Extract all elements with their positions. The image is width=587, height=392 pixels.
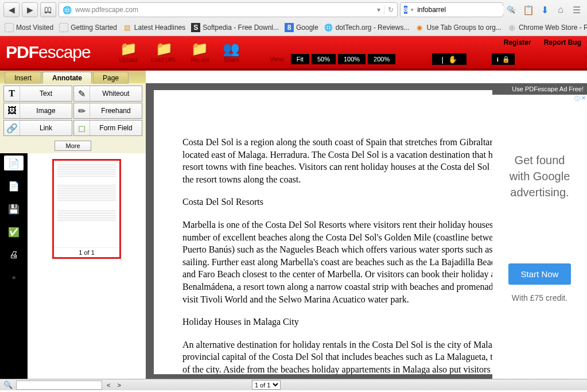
tool-label: Link [20, 124, 72, 132]
form-field-tool[interactable]: ◻Form Field [73, 120, 142, 136]
thumbnail-label: 1 of 1 [54, 247, 119, 257]
page-select[interactable]: 1 of 1 [252, 380, 281, 390]
cursor-tools[interactable]: |✋ [432, 53, 467, 65]
ad-start-button[interactable]: Start Now [508, 263, 572, 285]
share-button[interactable]: 👥Share [223, 42, 240, 63]
nav-row: ◀ ▶ 🕮 🌐 ▾ ↻ 8 ▾ 🔍 ☆ 📋 ⬇ ⌂ ☰ [0, 0, 587, 20]
page-selector[interactable]: 1 of 1 [252, 380, 281, 390]
bookmarks-dropdown-button[interactable]: 🕮 [40, 2, 56, 17]
menu-icon[interactable]: ☰ [570, 3, 584, 17]
more-button[interactable]: More [55, 141, 91, 151]
tab-annotate[interactable]: Annotate [42, 72, 92, 84]
logo-light: escape [38, 42, 91, 61]
load-url-button[interactable]: 📁Load URL [151, 42, 177, 63]
zoom-fit-button[interactable]: Fit [291, 54, 309, 64]
globe-icon: 🌐 [324, 23, 333, 32]
link-tool[interactable]: 🔗Link [3, 120, 72, 136]
register-link[interactable]: Register [504, 38, 531, 46]
bookmark-getting-started[interactable]: Getting Started [59, 23, 117, 32]
toolbar-label: Upload [119, 57, 138, 63]
ad-panel: Use PDFescape Ad Free! ⓘ✕ Get found with… [492, 83, 587, 379]
search-icon[interactable]: 🔍 [3, 381, 13, 389]
print-icon[interactable]: 🖨 [6, 247, 21, 262]
chrome-icon: ◎ [507, 23, 516, 32]
whiteout-tool[interactable]: ✎Whiteout [73, 86, 142, 102]
tool-tabs: Insert Annotate Page [0, 71, 146, 83]
ad-credit: With £75 credit. [498, 293, 581, 304]
zoom-100-button[interactable]: 100% [338, 54, 366, 64]
bookmark-latest-headlines[interactable]: ▤Latest Headlines [123, 23, 185, 32]
google-icon: 8 [285, 23, 294, 32]
blank-icon[interactable]: ▫ [6, 270, 21, 285]
upload-button[interactable]: 📁Upload [119, 42, 138, 63]
bookmark-most-visited[interactable]: Most Visited [5, 23, 53, 32]
ad-close-icon[interactable]: ✕ [581, 95, 586, 103]
pdf-page[interactable]: Costa Del Sol is a region along the sout… [154, 90, 492, 374]
bookmark-softpedia[interactable]: SSoftpedia - Free Downl... [191, 23, 279, 32]
globe-icon: 🌐 [63, 6, 72, 14]
reload-icon[interactable]: ↻ [384, 6, 394, 14]
tab-page[interactable]: Page [93, 72, 129, 84]
pages-panel-icon[interactable]: 📄 [4, 156, 24, 170]
clipboard-icon[interactable]: 📋 [522, 3, 535, 17]
ad-top-link[interactable]: Use PDFescape Ad Free! [492, 83, 587, 95]
toolbar-label: Recent [191, 57, 209, 63]
search-engine-icon: 8 [404, 6, 407, 14]
freehand-tool[interactable]: ✏Freehand [73, 103, 142, 119]
search-next-button[interactable]: > [117, 382, 120, 389]
download-icon[interactable]: ⬇ [538, 3, 551, 17]
tool-label: Whiteout [90, 90, 142, 98]
text-icon: T [4, 86, 20, 101]
search-prev-button[interactable]: < [107, 382, 110, 389]
bookmark-google[interactable]: 8Google [285, 23, 318, 32]
report-bug-link[interactable]: Report Bug [544, 38, 581, 46]
search-input[interactable] [417, 6, 503, 14]
home-icon[interactable]: ⌂ [554, 3, 567, 17]
status-search-input[interactable] [16, 381, 102, 390]
page-thumbnail[interactable]: 1 of 1 [52, 159, 121, 259]
folder-url-icon: 📁 [156, 42, 173, 56]
thumbnail-content [54, 161, 119, 247]
bookmark-dottech[interactable]: 🌐dotTech.org - Reviews... [324, 23, 410, 32]
text-tool[interactable]: TText [3, 86, 72, 102]
pdf-icon[interactable]: 📄 [6, 178, 21, 193]
info-icon: i [497, 56, 499, 63]
back-button[interactable]: ◀ [3, 2, 20, 17]
document-scroll[interactable]: Costa Del Sol is a region along the sout… [154, 90, 492, 374]
dropdown-icon[interactable]: ▾ [377, 6, 380, 14]
bookmark-chrome-store[interactable]: ◎Chrome Web Store - P... [507, 23, 587, 32]
thumbnail-row: 📄 📄 💾 ✅ 🖨 ▫ 1 of 1 [0, 153, 146, 379]
ad-close-controls[interactable]: ⓘ✕ [574, 95, 586, 103]
tool-label: Text [20, 90, 72, 98]
side-icon-bar: 📄 📄 💾 ✅ 🖨 ▫ [0, 153, 28, 379]
heading: Costa Del Sol Resorts [182, 196, 492, 208]
ad-line: advertising. [498, 184, 581, 200]
forward-button[interactable]: ▶ [22, 2, 38, 17]
main-area: TText ✎Whiteout 🖼Image ✏Freehand 🔗Link ◻… [0, 83, 587, 379]
recent-button[interactable]: 📁Recent [191, 42, 209, 63]
image-tool[interactable]: 🖼Image [3, 103, 72, 119]
image-icon: 🖼 [4, 103, 20, 118]
bookmark-label: Chrome Web Store - P... [519, 24, 587, 32]
save-icon[interactable]: 💾 [6, 201, 21, 216]
ad-info-icon: ⓘ [574, 95, 580, 103]
url-bar[interactable]: 🌐 ▾ ↻ [59, 2, 398, 17]
tab-insert[interactable]: Insert [5, 72, 41, 84]
search-bar[interactable]: 8 ▾ 🔍 [400, 2, 503, 17]
ad-line: with Google [498, 168, 581, 184]
bookmark-icon [59, 23, 68, 32]
star-icon[interactable]: ☆ [506, 3, 519, 17]
bookmark-tab-groups[interactable]: ◉Use Tab Groups to org... [415, 23, 502, 32]
bookmark-label: Use Tab Groups to org... [426, 24, 502, 32]
paragraph: An alternative destination for holiday r… [182, 339, 492, 374]
url-input[interactable] [75, 6, 374, 14]
top-links: Register Report Bug [504, 38, 581, 46]
info-lock-tools[interactable]: i🔒 [492, 53, 515, 65]
zoom-50-button[interactable]: 50% [312, 54, 336, 64]
form-icon: ◻ [74, 121, 90, 135]
tool-grid: TText ✎Whiteout 🖼Image ✏Freehand 🔗Link ◻… [0, 83, 146, 138]
check-icon[interactable]: ✅ [6, 224, 21, 239]
zoom-200-button[interactable]: 200% [368, 54, 395, 64]
left-panel: TText ✎Whiteout 🖼Image ✏Freehand 🔗Link ◻… [0, 83, 146, 379]
dropdown-icon[interactable]: ▾ [411, 7, 414, 13]
